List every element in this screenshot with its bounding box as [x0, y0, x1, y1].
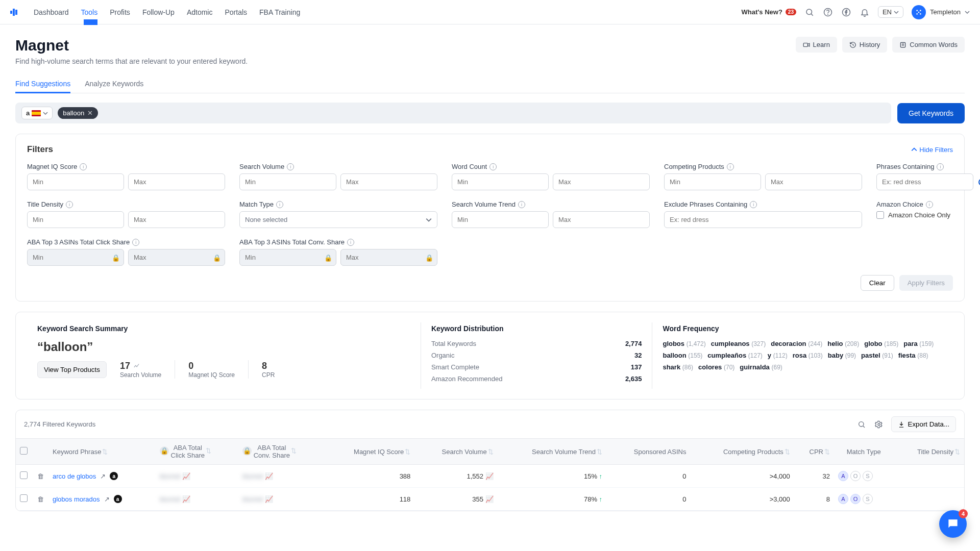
- external-link-icon[interactable]: ↗: [104, 495, 110, 503]
- word-freq-item[interactable]: balloon (155): [663, 352, 702, 359]
- delete-icon[interactable]: 🗑: [37, 472, 44, 480]
- keyword-chip[interactable]: balloon ✕: [58, 107, 98, 119]
- word-freq-item[interactable]: baby (99): [828, 352, 856, 359]
- language-selector[interactable]: EN: [878, 6, 903, 18]
- marketplace-selector[interactable]: a: [21, 107, 53, 119]
- tab-analyze-keywords[interactable]: Analyze Keywords: [85, 74, 143, 93]
- word-freq-item[interactable]: cumpleanos (327): [711, 340, 766, 347]
- word-freq-item[interactable]: cumpleaños (127): [707, 352, 763, 359]
- nav-profits[interactable]: Profits: [110, 0, 130, 24]
- logo[interactable]: [10, 7, 21, 18]
- col-iq[interactable]: Magnet IQ Score⇅: [325, 439, 414, 465]
- col-conv-share[interactable]: 🔒 ABA Total Conv. Share⇅: [238, 439, 325, 465]
- info-icon[interactable]: i: [750, 201, 757, 208]
- info-icon[interactable]: i: [287, 163, 294, 170]
- word-freq-item[interactable]: para (159): [903, 340, 934, 347]
- apply-filters-button[interactable]: Apply Filters: [899, 275, 953, 291]
- word-freq-item[interactable]: guirnalda (69): [740, 363, 782, 371]
- col-sv[interactable]: Search Volume⇅: [414, 439, 497, 465]
- chart-icon[interactable]: 📈: [182, 472, 190, 480]
- info-icon[interactable]: i: [518, 201, 525, 208]
- word-freq-item[interactable]: decoracion (244): [771, 340, 822, 347]
- info-icon[interactable]: i: [80, 163, 87, 170]
- bell-icon[interactable]: [860, 7, 870, 17]
- facebook-icon[interactable]: [841, 7, 851, 17]
- word-freq-item[interactable]: colores (70): [698, 363, 734, 371]
- nav-followup[interactable]: Follow-Up: [142, 0, 175, 24]
- amazon-icon[interactable]: a: [110, 472, 118, 480]
- info-icon[interactable]: i: [132, 239, 139, 246]
- delete-icon[interactable]: 🗑: [37, 495, 44, 503]
- col-click-share[interactable]: 🔒 ABA Total Click Share⇅: [156, 439, 238, 465]
- keyword-link[interactable]: globos morados: [53, 495, 100, 503]
- chart-icon[interactable]: 📈: [265, 495, 273, 503]
- chart-icon[interactable]: 📈: [485, 495, 494, 503]
- chart-icon[interactable]: 📈: [265, 472, 273, 480]
- col-cpr[interactable]: CPR⇅: [794, 439, 834, 465]
- gear-icon[interactable]: [874, 419, 884, 430]
- word-freq-item[interactable]: rosa (103): [793, 352, 823, 359]
- info-icon[interactable]: i: [926, 201, 933, 208]
- info-icon[interactable]: i: [276, 201, 283, 208]
- col-svt[interactable]: Search Volume Trend⇅: [498, 439, 606, 465]
- sv-max-input[interactable]: [340, 173, 437, 190]
- amazon-icon[interactable]: a: [114, 495, 122, 503]
- nav-fbatraining[interactable]: FBA Training: [259, 0, 300, 24]
- info-icon[interactable]: i: [489, 163, 497, 170]
- get-keywords-button[interactable]: Get Keywords: [897, 103, 965, 123]
- nav-dashboard[interactable]: Dashboard: [34, 0, 69, 24]
- word-freq-item[interactable]: pastel (91): [861, 352, 893, 359]
- wc-max-input[interactable]: [553, 173, 650, 190]
- tab-find-suggestions[interactable]: Find Suggestions: [15, 74, 70, 93]
- export-data-button[interactable]: Export Data...: [891, 416, 957, 432]
- col-match-type[interactable]: Match Type: [834, 439, 893, 465]
- info-icon[interactable]: i: [347, 239, 354, 246]
- info-icon[interactable]: i: [727, 163, 734, 170]
- nav-tools[interactable]: Tools: [81, 0, 98, 24]
- col-competing[interactable]: Competing Products⇅: [690, 439, 794, 465]
- nav-adtomic[interactable]: Adtomic: [187, 0, 213, 24]
- chip-remove-icon[interactable]: ✕: [87, 109, 93, 117]
- match-type-select[interactable]: None selected: [239, 211, 437, 228]
- info-icon[interactable]: i: [66, 201, 73, 208]
- word-freq-item[interactable]: shark (86): [663, 363, 693, 371]
- col-keyword[interactable]: Keyword Phrase⇅: [48, 439, 156, 465]
- chart-icon[interactable]: 📈: [182, 495, 190, 503]
- td-max-input[interactable]: [128, 211, 225, 228]
- history-button[interactable]: History: [842, 37, 887, 53]
- sv-min-input[interactable]: [239, 173, 336, 190]
- word-freq-item[interactable]: globos (1,472): [663, 340, 705, 347]
- chart-icon[interactable]: 📈: [485, 472, 494, 480]
- word-freq-item[interactable]: fiesta (88): [898, 352, 928, 359]
- user-menu[interactable]: Templeton: [912, 5, 970, 19]
- svt-max-input[interactable]: [553, 211, 650, 228]
- amazon-choice-checkbox[interactable]: Amazon Choice Only: [876, 211, 980, 219]
- cp-min-input[interactable]: [664, 173, 761, 190]
- select-all-checkbox[interactable]: [20, 447, 28, 455]
- chart-icon[interactable]: [133, 362, 140, 369]
- cp-max-input[interactable]: [765, 173, 862, 190]
- nav-portals[interactable]: Portals: [225, 0, 247, 24]
- info-icon[interactable]: i: [937, 163, 944, 170]
- clear-filters-button[interactable]: Clear: [861, 275, 894, 291]
- exclude-phrase-input[interactable]: [664, 211, 862, 228]
- row-checkbox[interactable]: [20, 494, 28, 502]
- whats-new-link[interactable]: What's New? 23: [741, 8, 796, 16]
- learn-button[interactable]: Learn: [796, 37, 837, 53]
- td-min-input[interactable]: [27, 211, 124, 228]
- col-sponsored[interactable]: Sponsored ASINs: [606, 439, 690, 465]
- keyword-link[interactable]: arco de globos: [53, 472, 96, 480]
- keyword-bar[interactable]: a balloon ✕: [15, 103, 891, 123]
- external-link-icon[interactable]: ↗: [100, 472, 106, 480]
- word-freq-item[interactable]: y (112): [768, 352, 788, 359]
- common-words-button[interactable]: Common Words: [892, 37, 965, 53]
- wc-min-input[interactable]: [452, 173, 549, 190]
- search-icon[interactable]: [804, 7, 815, 17]
- iq-min-input[interactable]: [27, 173, 124, 190]
- word-freq-item[interactable]: globo (185): [864, 340, 898, 347]
- iq-max-input[interactable]: [128, 173, 225, 190]
- table-search-icon[interactable]: [856, 419, 867, 430]
- hide-filters-toggle[interactable]: Hide Filters: [911, 146, 953, 154]
- phrase-input[interactable]: [876, 173, 973, 190]
- row-checkbox[interactable]: [20, 471, 28, 479]
